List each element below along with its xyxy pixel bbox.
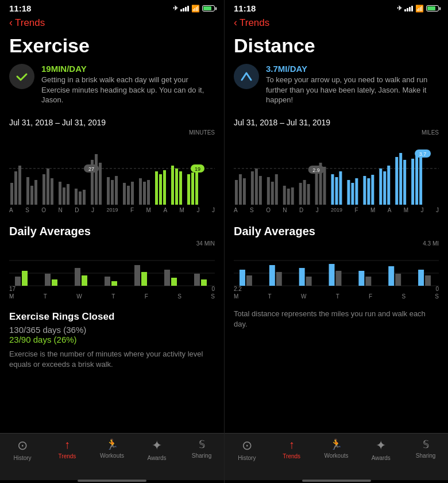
svg-rect-9 xyxy=(47,168,49,205)
signal-bars-left xyxy=(180,6,189,12)
svg-rect-91 xyxy=(387,166,390,205)
svg-rect-116 xyxy=(425,275,431,286)
svg-rect-77 xyxy=(323,167,326,205)
wifi-icon: 📶 xyxy=(191,5,200,13)
rings-line2: 23/90 days (26%) xyxy=(9,335,215,344)
svg-rect-7 xyxy=(34,180,37,205)
time-right: 11:18 xyxy=(234,3,256,13)
svg-rect-16 xyxy=(83,190,86,205)
main-chart-left: MINUTES xyxy=(0,129,224,218)
svg-text:3.7: 3.7 xyxy=(419,151,426,157)
svg-rect-65 xyxy=(259,176,262,205)
awards-icon-left: ✦ xyxy=(152,438,162,453)
tab-awards-right[interactable]: ✦ Awards xyxy=(358,438,403,461)
svg-rect-22 xyxy=(107,177,110,205)
trends-label-left: Trends xyxy=(59,453,76,459)
svg-rect-24 xyxy=(115,176,118,205)
svg-text:2.9: 2.9 xyxy=(312,167,319,173)
svg-rect-115 xyxy=(418,270,424,286)
svg-rect-58 xyxy=(201,279,207,286)
tab-awards-left[interactable]: ✦ Awards xyxy=(134,438,179,461)
svg-rect-87 xyxy=(367,178,370,205)
svg-rect-82 xyxy=(339,171,342,205)
svg-rect-53 xyxy=(134,265,140,286)
workouts-icon-right: 🏃 xyxy=(330,438,342,451)
svg-rect-109 xyxy=(329,264,335,286)
back-nav-right[interactable]: ‹ Trends xyxy=(225,16,448,32)
svg-rect-80 xyxy=(331,174,334,205)
back-nav-left[interactable]: ‹ Trends xyxy=(0,16,224,32)
exercise-stat-info: 19MIN/DAY Getting in a brisk walk each d… xyxy=(41,64,215,105)
tab-trends-right[interactable]: ↑ Trends xyxy=(269,438,314,459)
daily-chart-section-right: 4.3 MI xyxy=(225,240,448,306)
back-chevron-left: ‹ xyxy=(9,17,13,29)
svg-rect-96 xyxy=(415,155,418,205)
svg-rect-85 xyxy=(355,178,358,205)
page-title-right: Distance xyxy=(225,32,448,64)
tab-history-left[interactable]: ⊙ History xyxy=(0,438,45,461)
exercise-stat-desc: Getting in a brisk walk each day will ge… xyxy=(41,75,215,105)
svg-rect-52 xyxy=(111,281,117,286)
tab-history-right[interactable]: ⊙ History xyxy=(225,438,269,461)
svg-rect-50 xyxy=(82,275,87,286)
tab-workouts-right[interactable]: 🏃 Workouts xyxy=(314,438,359,459)
daily-max-label: 34 MIN xyxy=(196,240,215,247)
svg-rect-4 xyxy=(18,166,21,205)
svg-rect-11 xyxy=(59,182,61,205)
svg-rect-97 xyxy=(419,158,422,205)
trends-icon-right: ↑ xyxy=(289,438,295,451)
svg-rect-104 xyxy=(246,275,252,286)
status-icons-right: ✈ 📶 xyxy=(397,5,439,13)
svg-rect-46 xyxy=(22,271,28,286)
svg-rect-3 xyxy=(14,171,17,205)
svg-rect-114 xyxy=(395,274,401,286)
distance-stat-value: 3.7MI/DAY xyxy=(266,64,439,74)
tab-sharing-right[interactable]: 𝕊 Sharing xyxy=(403,438,448,459)
awards-icon-right: ✦ xyxy=(376,438,386,453)
svg-rect-72 xyxy=(299,183,302,205)
svg-rect-29 xyxy=(143,182,146,205)
home-indicator-right xyxy=(225,480,448,483)
sharing-label-left: Sharing xyxy=(192,453,211,459)
svg-rect-90 xyxy=(383,171,386,205)
svg-rect-113 xyxy=(388,266,394,286)
rings-heading: Exercise Rings Closed xyxy=(9,311,215,323)
svg-rect-103 xyxy=(240,270,245,286)
tab-bar-right: ⊙ History ↑ Trends 🏃 Workouts ✦ Awards 𝕊… xyxy=(225,433,448,480)
rings-line1: 130/365 days (36%) xyxy=(9,325,215,335)
scroll-content-left[interactable]: Exercise 19MIN/DAY Getting in a brisk wa… xyxy=(0,32,224,433)
svg-rect-112 xyxy=(365,277,371,286)
battery-icon-right xyxy=(426,5,439,12)
svg-rect-74 xyxy=(307,184,310,205)
trends-label-right: Trends xyxy=(283,453,300,459)
svg-rect-71 xyxy=(291,187,294,205)
month-labels-right: A S O N D J 2019 F M A M J J xyxy=(234,206,439,213)
svg-rect-81 xyxy=(335,177,338,205)
svg-rect-86 xyxy=(363,176,366,205)
svg-rect-37 xyxy=(187,174,190,205)
svg-rect-6 xyxy=(30,186,33,205)
workouts-label-right: Workouts xyxy=(324,453,348,459)
svg-rect-56 xyxy=(171,278,177,286)
svg-rect-27 xyxy=(131,182,134,205)
tab-sharing-left[interactable]: 𝕊 Sharing xyxy=(179,438,224,459)
svg-rect-25 xyxy=(123,183,126,205)
tab-workouts-left[interactable]: 🏃 Workouts xyxy=(90,438,134,459)
svg-rect-49 xyxy=(75,268,80,286)
back-chevron-right: ‹ xyxy=(234,17,237,29)
tab-trends-left[interactable]: ↑ Trends xyxy=(45,438,90,459)
svg-rect-106 xyxy=(276,272,282,286)
awards-label-right: Awards xyxy=(372,455,391,461)
stat-card-right: 3.7MI/DAY To keep your arrow up, you nee… xyxy=(225,64,448,114)
daily-chart-section-left: 34 MIN xyxy=(0,240,224,306)
battery-icon-left xyxy=(202,5,215,12)
signal-bars-right xyxy=(404,6,413,12)
scroll-content-right[interactable]: Distance 3.7MI/DAY To keep your arrow up… xyxy=(225,32,448,433)
home-indicator-left xyxy=(0,480,224,483)
svg-rect-10 xyxy=(51,178,53,205)
daily-section-header-right: Daily Averages xyxy=(225,218,448,240)
status-bar-left: 11:18 ✈ 📶 xyxy=(0,0,224,16)
date-range-left: Jul 31, 2018 – Jul 31, 2019 xyxy=(0,114,224,129)
svg-rect-66 xyxy=(267,177,270,205)
workouts-icon-left: 🏃 xyxy=(106,438,118,451)
